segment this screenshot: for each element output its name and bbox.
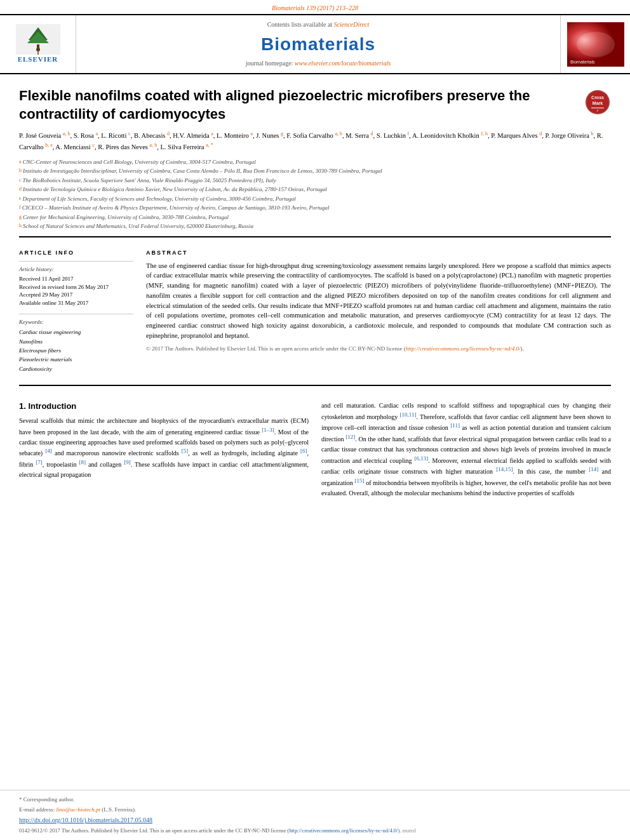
citation-text: Biomaterials 139 (2017) 213–228	[272, 4, 358, 11]
info-abstract-section: ARTICLE INFO Article history: Received 1…	[19, 243, 611, 380]
abstract-header: ABSTRACT	[146, 249, 611, 257]
license-link[interactable]: http://creativecommons.org/licenses/by-n…	[406, 345, 521, 352]
keyword-5: Cardiotoxicity	[19, 364, 133, 373]
journal-homepage: journal homepage: www.elsevier.com/locat…	[246, 59, 391, 68]
author-email[interactable]: lino@uc-biotech.pt	[56, 806, 100, 813]
svg-point-7	[577, 32, 615, 57]
affil-e: e Department of Life Sciences, Faculty o…	[19, 195, 611, 204]
keywords-list: Cardiac tissue engineering Nanofilms Ele…	[19, 328, 133, 373]
copyright-line: 0142-9612/© 2017 The Authors. Published …	[19, 827, 611, 835]
abstract-column: ABSTRACT The use of engineered cardiac t…	[146, 249, 611, 373]
affil-f: f CICECO – Materials Institute of Aveiro…	[19, 204, 611, 213]
section-number: 1.	[19, 401, 26, 411]
crossmark-circle-icon: Cross Mark ✓	[586, 90, 610, 114]
copyright-suffix: ).	[398, 827, 401, 834]
keywords-section: Keywords: Cardiac tissue engineering Nan…	[19, 314, 133, 374]
affil-h: h School of Natural Sciences and Mathema…	[19, 222, 611, 231]
corresponding-note: * Corresponding author.	[19, 796, 611, 804]
muted-label: muted	[403, 827, 416, 834]
keywords-label: Keywords:	[19, 318, 133, 326]
email-label: E-mail address:	[19, 806, 55, 813]
affil-d: d Instituto de Tecnologia Química e Biol…	[19, 185, 611, 194]
svg-text:Cross: Cross	[591, 95, 604, 100]
abstract-body: The use of engineered cardiac tissue for…	[146, 262, 611, 339]
article-info-column: ARTICLE INFO Article history: Received 1…	[19, 249, 133, 373]
crossmark-icon: Cross Mark ✓	[586, 90, 610, 114]
biomaterials-cover-image: Biomaterials	[567, 22, 624, 67]
journal-cover-thumbnail: Biomaterials	[560, 15, 630, 73]
homepage-link[interactable]: www.elsevier.com/locate/biomaterials	[295, 60, 391, 67]
section-divider	[19, 236, 611, 237]
affil-c: c The BioRobotics Institute, Scuola Supe…	[19, 177, 611, 185]
body-divider	[19, 385, 611, 386]
email-suffix: (L.S. Ferreira).	[102, 806, 136, 813]
elsevier-logo-section: ELSEVIER	[0, 15, 76, 73]
intro-right-text: and cell maturation. Cardiac cells respo…	[321, 401, 611, 498]
available-online-date: Available online 31 May 2017	[19, 299, 133, 307]
intro-para-1: Several scaffolds that mimic the archite…	[19, 416, 309, 479]
svg-text:Mark: Mark	[593, 101, 603, 105]
intro-left-text: Several scaffolds that mimic the archite…	[19, 416, 309, 479]
article-title: Flexible nanofilms coated with aligned p…	[19, 87, 573, 123]
corresponding-label: * Corresponding author.	[19, 796, 74, 803]
footer-section: * Corresponding author. E-mail address: …	[0, 790, 630, 840]
copyright-link[interactable]: http://creativecommons.org/licenses/by-n…	[289, 827, 398, 834]
elsevier-name-text: ELSEVIER	[18, 55, 58, 64]
license-text: © 2017 The Authors. Published by Elsevie…	[146, 345, 611, 354]
article-title-section: Flexible nanofilms coated with aligned p…	[19, 74, 611, 130]
svg-point-4	[36, 48, 40, 51]
elsevier-logo: ELSEVIER	[16, 24, 60, 64]
copyright-text: 0142-9612/© 2017 The Authors. Published …	[19, 827, 289, 834]
main-body: 1. Introduction Several scaffolds that m…	[19, 391, 611, 509]
page: Biomaterials 139 (2017) 213–228 ELSEVIER	[0, 0, 630, 840]
body-left-column: 1. Introduction Several scaffolds that m…	[19, 401, 309, 503]
elsevier-tree-icon	[16, 24, 60, 55]
authors-text: P. José Gouveia a, b, S. Rosa a, L. Rico…	[19, 132, 603, 150]
affiliations-section: a CNC-Center of Neurosciences and Cell B…	[19, 158, 611, 231]
doi-link[interactable]: http://dx.doi.org/10.1016/j.biomaterials…	[19, 816, 611, 825]
affil-g: g Center for Mechanical Engineering, Uni…	[19, 213, 611, 222]
journal-header-center: Contents lists available at ScienceDirec…	[76, 15, 560, 73]
svg-text:Biomaterials: Biomaterials	[570, 60, 595, 64]
affil-b: b Instituto de Investigação Interdiscipl…	[19, 167, 611, 176]
email-line: E-mail address: lino@uc-biotech.pt (L.S.…	[19, 806, 611, 814]
homepage-label: journal homepage:	[246, 60, 293, 67]
sciencedirect-label: Contents lists available at	[267, 21, 332, 28]
article-info-header: ARTICLE INFO	[19, 249, 133, 257]
keyword-4: Piezoelectric materials	[19, 355, 133, 364]
section-title-text: Introduction	[28, 401, 76, 411]
crossmark-badge: Cross Mark ✓	[586, 90, 611, 116]
section-1-title: 1. Introduction	[19, 401, 309, 412]
cover-art-icon: Biomaterials	[567, 22, 624, 67]
svg-text:✓: ✓	[596, 109, 599, 112]
received-revised-date: Received in revised form 26 May 2017	[19, 283, 133, 291]
accepted-date: Accepted 29 May 2017	[19, 291, 133, 299]
affil-a: a CNC-Center of Neurosciences and Cell B…	[19, 158, 611, 167]
intro-para-2: and cell maturation. Cardiac cells respo…	[321, 401, 611, 498]
received-date: Received 11 April 2017	[19, 275, 133, 283]
article-history-box: Article history: Received 11 April 2017 …	[19, 261, 133, 307]
keyword-3: Electrospun fibers	[19, 346, 133, 355]
sciencedirect-link[interactable]: ScienceDirect	[334, 21, 370, 28]
journal-header: ELSEVIER Contents lists available at Sci…	[0, 14, 630, 74]
abstract-text: The use of engineered cardiac tissue for…	[146, 261, 611, 354]
history-label: Article history:	[19, 265, 133, 274]
top-banner: Biomaterials 139 (2017) 213–228	[0, 0, 630, 14]
journal-title: Biomaterials	[261, 32, 375, 57]
article-content: Flexible nanofilms coated with aligned p…	[0, 74, 630, 790]
article-dates: Received 11 April 2017 Received in revis…	[19, 275, 133, 307]
authors-section: P. José Gouveia a, b, S. Rosa a, L. Rico…	[19, 130, 611, 153]
body-right-column: and cell maturation. Cardiac cells respo…	[321, 401, 611, 503]
keyword-1: Cardiac tissue engineering	[19, 328, 133, 337]
sciencedirect-line: Contents lists available at ScienceDirec…	[267, 20, 370, 29]
keyword-2: Nanofilms	[19, 337, 133, 346]
